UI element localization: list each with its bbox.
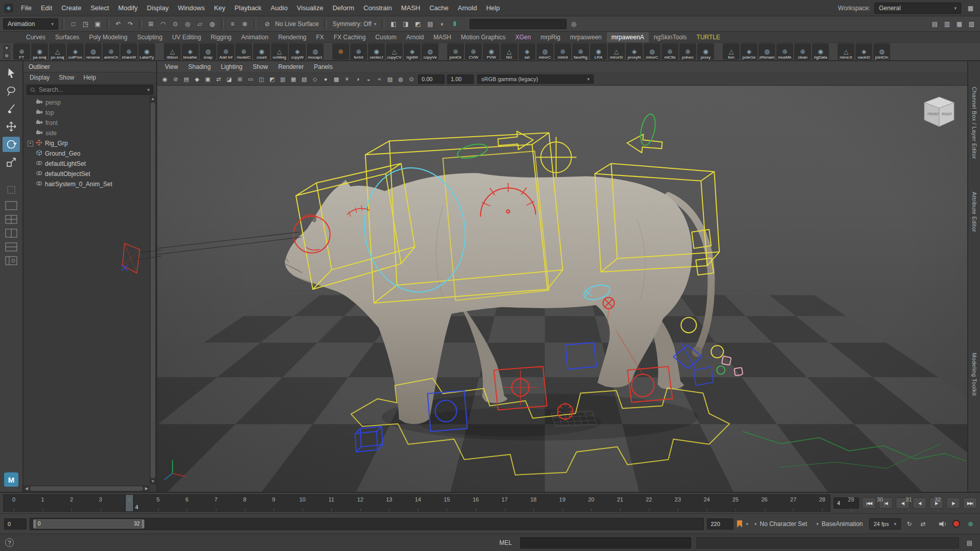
- shelf-tab-xgen[interactable]: XGen: [510, 32, 535, 42]
- gate-mask-icon[interactable]: ◩: [267, 74, 277, 84]
- film-gate-icon[interactable]: ▭: [246, 74, 256, 84]
- current-frame-field[interactable]: 4: [834, 497, 859, 509]
- shelf-item-labelty[interactable]: ◉LabelTy: [138, 43, 155, 60]
- toggle-outliner-icon[interactable]: ▨: [966, 18, 977, 29]
- animation-start-field[interactable]: 0: [4, 518, 27, 530]
- workspace-grid-icon[interactable]: ▦: [965, 3, 976, 13]
- time-slider[interactable]: 0123456789101112131415161718192021222324…: [3, 494, 830, 512]
- range-handle-left[interactable]: [34, 520, 36, 528]
- shelf-item-copycv[interactable]: △copyCV: [386, 43, 403, 60]
- menu-arnold[interactable]: Arnold: [453, 2, 482, 14]
- camera-attributes-icon[interactable]: ▤: [181, 74, 191, 84]
- snap-to-grids-icon[interactable]: ⊞: [145, 18, 156, 29]
- fps-selector[interactable]: 24 fps ▾: [869, 518, 901, 530]
- tab-modeling-toolkit[interactable]: Modeling Toolkit: [971, 353, 977, 396]
- viewcube-right-label[interactable]: RIGHT: [942, 112, 952, 116]
- shelf-item-sharew[interactable]: ⊕shareW: [120, 43, 137, 60]
- shelf-item-clean[interactable]: ⊕clean: [794, 43, 811, 60]
- outliner-item-rig-grp[interactable]: +Rig_Grp: [26, 138, 149, 148]
- shelf-item-musmir[interactable]: ⊛musMir: [776, 43, 793, 60]
- menu-set-selector[interactable]: Animation ▾: [3, 18, 58, 30]
- character-set-menu-icon[interactable]: ▾: [746, 521, 748, 527]
- menu-modify[interactable]: Modify: [114, 2, 142, 14]
- viewcube-front-label[interactable]: FRONT: [927, 112, 939, 116]
- shelf-tab-mrpasween[interactable]: mrpasween: [566, 32, 606, 42]
- shelf-item-copyve[interactable]: ◍copyVe: [422, 43, 438, 60]
- shelf-item-breathe[interactable]: ◈breathe: [182, 43, 199, 60]
- play-backwards-button[interactable]: ◀: [913, 497, 926, 509]
- shelf-item-mirorc[interactable]: ◍mirorC: [536, 43, 553, 60]
- outliner-item-hairsystem-0-anim-set[interactable]: hairSystem_0_Anim_Set: [26, 179, 149, 189]
- symmetry-selector[interactable]: Symmetry: Off▾: [330, 20, 378, 28]
- outliner-menu-show[interactable]: Show: [55, 73, 78, 82]
- save-scene-icon[interactable]: ▣: [92, 18, 103, 29]
- viewport-menu-lighting[interactable]: Lighting: [216, 62, 247, 71]
- shelf-item-rigdata[interactable]: ◉rigData: [812, 43, 829, 60]
- construction-history-icon[interactable]: ≡: [227, 18, 238, 29]
- select-camera-icon[interactable]: ◉: [160, 74, 170, 84]
- redo-icon[interactable]: ↷: [125, 18, 136, 29]
- list-input-connections-icon[interactable]: ⊗: [239, 18, 250, 29]
- animation-preferences-icon[interactable]: ⊛: [965, 518, 976, 529]
- shelf-item-mirorc[interactable]: ◍mirorC: [644, 43, 660, 60]
- shelf-tab-mrprig[interactable]: mrpRig: [536, 32, 565, 42]
- multisample-aa-icon[interactable]: ▨: [385, 74, 395, 84]
- shelf-item-mirorjr[interactable]: △mirorJr: [838, 43, 854, 60]
- shelf-item-snap[interactable]: ◍snap: [200, 43, 216, 60]
- paint-select-tool[interactable]: [3, 101, 20, 116]
- command-line-mode-toggle[interactable]: MEL: [496, 538, 515, 548]
- shelf-tab-uv-editing[interactable]: UV Editing: [167, 32, 206, 42]
- resolution-gate-icon[interactable]: ◫: [256, 74, 266, 84]
- shelf-tab-mrpaweena[interactable]: mrpaweenA: [607, 32, 649, 42]
- outliner-item-front[interactable]: front: [26, 118, 149, 128]
- outliner-menu-display[interactable]: Display: [26, 73, 54, 82]
- playback-pingpong-icon[interactable]: ⇄: [918, 518, 928, 529]
- viewport-menu-view[interactable]: View: [160, 62, 183, 71]
- menu-windows[interactable]: Windows: [173, 2, 209, 14]
- select-by-name-icon[interactable]: ◎: [568, 18, 579, 29]
- shelf-item-po-snaj[interactable]: △po-snaj: [49, 43, 66, 60]
- shelf-item-copyw[interactable]: ◈copyW: [289, 43, 306, 60]
- shelf-editor-icon[interactable]: ⊛: [3, 52, 10, 59]
- 2d-pan-zoom-icon[interactable]: ⇄: [213, 74, 224, 84]
- shelf-item-pvw[interactable]: ◉PVW: [483, 43, 500, 60]
- menu-help[interactable]: Help: [481, 2, 504, 14]
- grease-pencil-icon[interactable]: ◪: [224, 74, 234, 84]
- shelf-tab-poly-modeling[interactable]: Poly Modeling: [84, 32, 132, 42]
- make-object-live-icon[interactable]: ◍: [207, 18, 217, 29]
- shelf-tab-custom[interactable]: Custom: [371, 32, 401, 42]
- shelf-tab-menu-icon[interactable]: ▾: [3, 44, 10, 52]
- pause-viewport-icon[interactable]: ‖: [449, 18, 460, 29]
- colorspace-selector[interactable]: sRGB gamma (legacy) ▾: [477, 74, 594, 84]
- open-render-view-icon[interactable]: ◧: [388, 18, 399, 29]
- undo-icon[interactable]: ↶: [113, 18, 124, 29]
- outliner-item-defaultobjectset[interactable]: defaultObjectSet: [26, 169, 149, 179]
- menu-constrain[interactable]: Constrain: [359, 2, 397, 14]
- shelf-item-add-inf[interactable]: ⊛Add Inf: [217, 43, 234, 60]
- filter-caret-icon[interactable]: ▾: [147, 87, 150, 92]
- menu-deform[interactable]: Deform: [328, 2, 359, 14]
- smooth-shade-all-icon[interactable]: ●: [321, 74, 331, 84]
- shelf-item-lion[interactable]: △lion: [723, 43, 740, 60]
- layout-single-pane[interactable]: [4, 200, 18, 211]
- expand-icon[interactable]: +: [28, 141, 33, 146]
- menu-visualize[interactable]: Visualize: [292, 2, 328, 14]
- range-slider-bar[interactable]: 0 32: [33, 519, 144, 529]
- shelf-tab-fx-caching[interactable]: FX Caching: [329, 32, 371, 42]
- shelf-tab-surfaces[interactable]: Surfaces: [51, 32, 84, 42]
- shelf-item-facerig[interactable]: ⊕faceRig: [572, 43, 589, 60]
- snap-to-view-planes-icon[interactable]: ▱: [194, 18, 205, 29]
- scroll-right-icon[interactable]: ▶: [143, 486, 150, 492]
- menu-playback[interactable]: Playback: [230, 2, 266, 14]
- shelf-tab-fx[interactable]: FX: [311, 32, 328, 42]
- shelf-tab-rigging[interactable]: Rigging: [206, 32, 236, 42]
- bookmark-icon[interactable]: [737, 520, 743, 528]
- shelf-item-cutprox[interactable]: ◈cutProx: [67, 43, 84, 60]
- menu-display[interactable]: Display: [142, 2, 174, 14]
- layout-two-pane-stacked[interactable]: [4, 241, 18, 253]
- shelf-tab-ngskintools[interactable]: ngSkinTools: [649, 32, 692, 42]
- layout-outliner-persp[interactable]: [4, 255, 18, 266]
- anim-layer-selector[interactable]: ▾ BaseAnimation: [813, 520, 866, 528]
- shelf-item-furint[interactable]: ⊕furInt: [350, 43, 367, 60]
- shelf-item-animch[interactable]: ⊛animCh: [103, 43, 119, 60]
